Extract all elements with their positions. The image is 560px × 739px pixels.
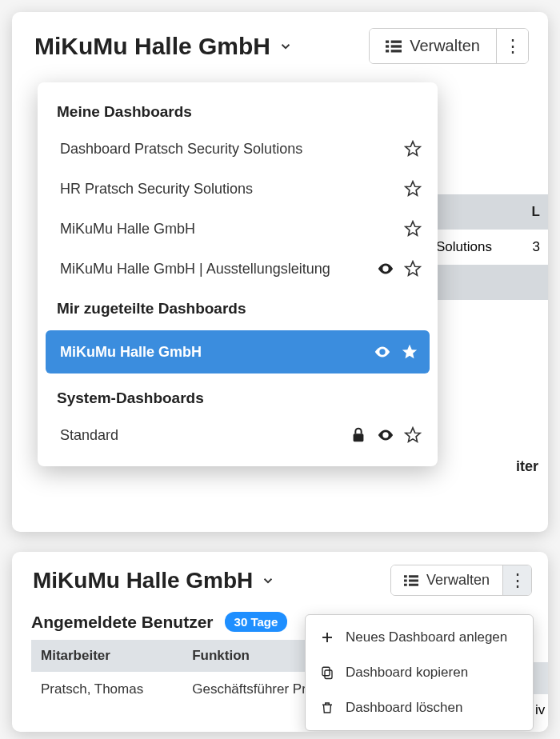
svg-point-11: [381, 350, 384, 354]
dropdown-item-active[interactable]: MiKuMu Halle GmbH: [46, 330, 430, 373]
header-row: MiKuMu Halle GmbH Verwalten ⋮: [12, 552, 548, 601]
star-outline-icon[interactable]: [404, 180, 422, 198]
manage-button[interactable]: Verwalten: [391, 565, 502, 595]
svg-rect-20: [404, 583, 407, 585]
col-employee: Mitarbeiter: [31, 640, 182, 672]
widget-title: Angemeldete Benutzer: [31, 613, 214, 632]
svg-rect-19: [409, 579, 418, 581]
dropdown-section-assigned: Mir zugeteilte Dashboards: [38, 289, 438, 326]
svg-marker-7: [406, 182, 420, 195]
eye-icon: [377, 260, 394, 278]
svg-rect-2: [386, 45, 389, 47]
panel-context-menu: MiKuMu Halle GmbH Verwalten ⋮ Angemeldet…: [12, 552, 548, 732]
list-icon: [404, 574, 418, 587]
star-outline-icon[interactable]: [404, 220, 422, 238]
copy-icon: [320, 665, 334, 680]
svg-rect-24: [325, 670, 332, 679]
more-menu-button[interactable]: ⋮: [502, 565, 531, 595]
svg-point-9: [384, 267, 387, 270]
chevron-down-icon: [261, 573, 275, 588]
svg-rect-25: [322, 667, 330, 676]
manage-button-group: Verwalten ⋮: [390, 565, 532, 596]
ctx-new-dashboard[interactable]: Neues Dashboard anlegen: [306, 620, 533, 655]
chevron-down-icon: [278, 39, 293, 54]
ctx-delete-dashboard[interactable]: Dashboard löschen: [306, 690, 533, 725]
manage-button[interactable]: Verwalten: [370, 29, 496, 63]
dropdown-item[interactable]: MiKuMu Halle GmbH: [38, 209, 438, 249]
svg-rect-1: [391, 40, 402, 42]
eye-icon: [374, 343, 391, 361]
trash-icon: [320, 701, 334, 715]
manage-button-group: Verwalten ⋮: [369, 28, 529, 64]
dropdown-section-my: Meine Dashboards: [38, 92, 438, 129]
panel-dashboard-dropdown: MiKuMu Halle GmbH Verwalten ⋮ L Solution…: [12, 12, 548, 532]
manage-button-label: Verwalten: [426, 572, 490, 589]
header-row: MiKuMu Halle GmbH Verwalten ⋮: [12, 12, 548, 72]
star-outline-icon[interactable]: [404, 260, 422, 278]
dashboard-title-selector[interactable]: MiKuMu Halle GmbH: [34, 33, 293, 60]
plus-icon: [320, 630, 334, 645]
table-cell-fragment: iv: [534, 694, 548, 726]
background-table-fragment: L Solutions 3 iter: [428, 194, 548, 306]
dots-vertical-icon: ⋮: [504, 38, 522, 55]
ctx-copy-dashboard[interactable]: Dashboard kopieren: [306, 655, 533, 690]
dashboard-context-menu: Neues Dashboard anlegen Dashboard kopier…: [305, 614, 534, 731]
svg-marker-10: [406, 262, 420, 275]
svg-rect-0: [386, 40, 389, 42]
list-icon: [386, 39, 402, 54]
star-outline-icon[interactable]: [404, 140, 422, 158]
svg-rect-4: [386, 50, 389, 52]
table-header-fragment: [534, 662, 548, 694]
svg-rect-5: [391, 50, 402, 52]
dropdown-item[interactable]: MiKuMu Halle GmbH | Ausstellungsleitung: [38, 249, 438, 289]
lock-icon: [350, 426, 367, 444]
svg-marker-6: [406, 142, 420, 155]
eye-icon: [377, 426, 394, 444]
dashboard-dropdown: Meine Dashboards Dashboard Pratsch Secur…: [38, 82, 438, 466]
svg-rect-16: [404, 575, 407, 577]
more-menu-button[interactable]: ⋮: [496, 29, 528, 63]
svg-rect-13: [354, 433, 364, 441]
svg-marker-8: [406, 222, 420, 235]
svg-marker-12: [402, 345, 417, 358]
svg-rect-3: [391, 45, 402, 47]
manage-button-label: Verwalten: [410, 37, 480, 55]
star-outline-icon[interactable]: [404, 426, 422, 444]
dashboard-title-text: MiKuMu Halle GmbH: [33, 568, 253, 593]
svg-rect-18: [404, 579, 407, 581]
dropdown-item[interactable]: HR Pratsch Security Solutions: [38, 169, 438, 209]
dots-vertical-icon: ⋮: [509, 572, 526, 589]
svg-marker-15: [406, 428, 420, 441]
dropdown-item[interactable]: Dashboard Pratsch Security Solutions: [38, 129, 438, 169]
dashboard-title-text: MiKuMu Halle GmbH: [34, 33, 270, 60]
svg-rect-21: [409, 583, 418, 585]
svg-point-14: [384, 433, 387, 437]
dropdown-item[interactable]: Standard: [38, 415, 438, 455]
dashboard-title-selector[interactable]: MiKuMu Halle GmbH: [33, 568, 275, 593]
star-filled-icon[interactable]: [401, 343, 418, 361]
period-badge: 30 Tage: [225, 612, 288, 632]
svg-rect-17: [409, 575, 418, 577]
dropdown-section-system: System-Dashboards: [38, 378, 438, 415]
